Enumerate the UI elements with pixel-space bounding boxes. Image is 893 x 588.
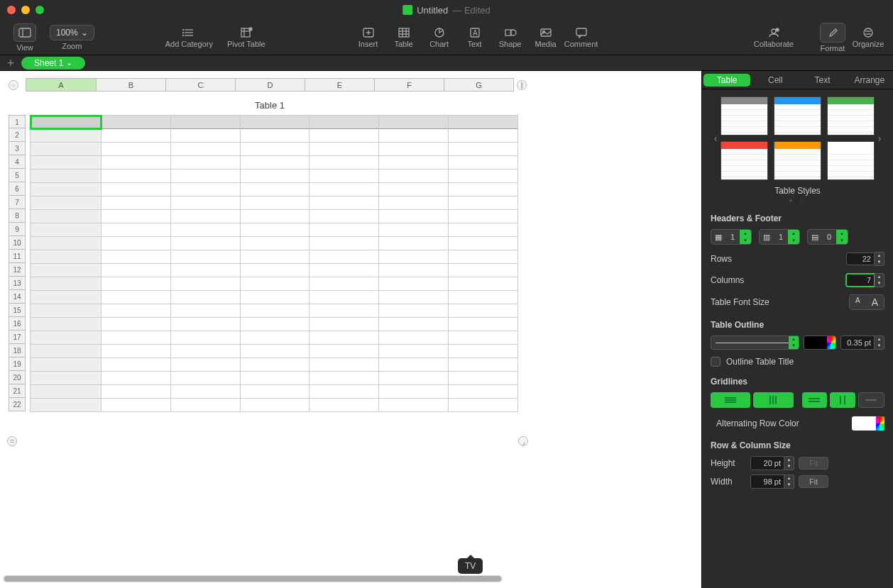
media-button[interactable]: Media — [528, 27, 564, 48]
cell-C17[interactable] — [171, 331, 241, 345]
row-header-4[interactable]: 4 — [9, 155, 26, 169]
width-input[interactable]: ▲▼ — [750, 475, 794, 489]
header-rows-stepper[interactable]: ▦1▲▼ — [711, 229, 752, 245]
cell-A14[interactable] — [31, 291, 102, 304]
cell-F5[interactable] — [379, 170, 449, 183]
cell-G1[interactable] — [449, 116, 518, 129]
row-header-18[interactable]: 18 — [9, 344, 26, 357]
cell-G17[interactable] — [449, 331, 518, 345]
cell-B22[interactable] — [102, 399, 171, 412]
row-header-14[interactable]: 14 — [9, 290, 26, 304]
row-header-12[interactable]: 12 — [9, 263, 26, 277]
rows-input[interactable]: ▲▼ — [846, 252, 884, 266]
chart-button[interactable]: Chart — [422, 27, 457, 48]
style-prev-button[interactable]: ‹ — [711, 133, 721, 144]
outline-pt-input[interactable]: ▲▼ — [840, 335, 884, 350]
font-small-button[interactable]: A — [850, 295, 866, 309]
table-style-red[interactable] — [721, 141, 768, 180]
table-corner-handle[interactable]: ○ — [9, 80, 18, 90]
cell-E18[interactable] — [309, 345, 379, 358]
cell-A2[interactable] — [31, 129, 102, 143]
cell-E16[interactable] — [309, 318, 379, 331]
row-header-13[interactable]: 13 — [9, 277, 26, 290]
row-header-3[interactable]: 3 — [9, 142, 26, 155]
cell-B15[interactable] — [102, 304, 171, 318]
cell-B1[interactable] — [102, 116, 171, 129]
row-header-21[interactable]: 21 — [9, 384, 26, 398]
outline-style-select[interactable]: ▲▼ — [711, 335, 799, 350]
cell-F9[interactable] — [379, 223, 449, 237]
row-header-16[interactable]: 16 — [9, 317, 26, 331]
cell-B2[interactable] — [102, 129, 171, 143]
row-header-11[interactable]: 11 — [9, 250, 26, 263]
row-header-5[interactable]: 5 — [9, 169, 26, 182]
cell-C2[interactable] — [171, 129, 241, 143]
zoom-control[interactable]: 100%⌄ Zoom — [50, 25, 94, 50]
cell-D3[interactable] — [241, 143, 310, 156]
cell-F20[interactable] — [379, 372, 449, 385]
cell-D9[interactable] — [241, 223, 310, 237]
cell-A7[interactable] — [31, 196, 102, 210]
cell-C14[interactable] — [171, 291, 241, 304]
cell-E11[interactable] — [309, 250, 379, 264]
cell-G16[interactable] — [449, 318, 518, 331]
canvas[interactable]: ○ ABCDEFG ‖ Table 1 12345678910111213141… — [0, 71, 701, 588]
cell-G22[interactable] — [449, 399, 518, 412]
cell-C11[interactable] — [171, 250, 241, 264]
add-row-handle[interactable]: = — [7, 436, 17, 446]
cell-E19[interactable] — [309, 358, 379, 372]
cell-B21[interactable] — [102, 385, 171, 399]
column-header-G[interactable]: G — [444, 78, 514, 91]
cell-D2[interactable] — [241, 129, 310, 143]
cell-F21[interactable] — [379, 385, 449, 399]
row-header-10[interactable]: 10 — [9, 236, 26, 250]
cell-G12[interactable] — [449, 264, 518, 277]
column-header-B[interactable]: B — [97, 78, 166, 91]
cell-F18[interactable] — [379, 345, 449, 358]
view-button[interactable]: View — [7, 23, 43, 52]
cell-F19[interactable] — [379, 358, 449, 372]
cell-B9[interactable] — [102, 223, 171, 237]
close-icon[interactable] — [7, 6, 16, 14]
cell-F2[interactable] — [379, 129, 449, 143]
cell-D18[interactable] — [241, 345, 310, 358]
cell-F6[interactable] — [379, 183, 449, 196]
font-large-button[interactable]: A — [866, 295, 884, 309]
cell-G4[interactable] — [449, 156, 518, 170]
cell-E9[interactable] — [309, 223, 379, 237]
cell-G7[interactable] — [449, 196, 518, 210]
cell-A11[interactable] — [31, 250, 102, 264]
cell-G14[interactable] — [449, 291, 518, 304]
row-header-19[interactable]: 19 — [9, 357, 26, 371]
cell-E1[interactable] — [309, 116, 379, 129]
row-header-1[interactable]: 1 — [9, 115, 26, 128]
cell-E21[interactable] — [309, 385, 379, 399]
format-button[interactable]: Format — [815, 23, 850, 52]
cell-A1[interactable] — [31, 116, 102, 129]
cell-F17[interactable] — [379, 331, 449, 345]
cell-B5[interactable] — [102, 170, 171, 183]
cell-A21[interactable] — [31, 385, 102, 399]
cell-A15[interactable] — [31, 304, 102, 318]
cell-F22[interactable] — [379, 399, 449, 412]
cell-C3[interactable] — [171, 143, 241, 156]
cell-E20[interactable] — [309, 372, 379, 385]
cell-D16[interactable] — [241, 318, 310, 331]
alt-row-color-well[interactable] — [852, 416, 884, 431]
row-header-20[interactable]: 20 — [9, 371, 26, 384]
tab-text[interactable]: Text — [799, 72, 846, 88]
gridlines-body-v[interactable] — [753, 392, 793, 408]
cell-A19[interactable] — [31, 358, 102, 372]
pivot-table-button[interactable]: Pivot Table — [227, 27, 265, 48]
column-header-C[interactable]: C — [166, 78, 236, 91]
cell-A5[interactable] — [31, 170, 102, 183]
cell-B8[interactable] — [102, 210, 171, 223]
row-header-17[interactable]: 17 — [9, 331, 26, 344]
cell-D12[interactable] — [241, 264, 310, 277]
cell-G20[interactable] — [449, 372, 518, 385]
gridlines-footer[interactable] — [858, 392, 885, 408]
cell-C8[interactable] — [171, 210, 241, 223]
table-style-grey[interactable] — [721, 96, 768, 135]
cell-D8[interactable] — [241, 210, 310, 223]
cell-D5[interactable] — [241, 170, 310, 183]
